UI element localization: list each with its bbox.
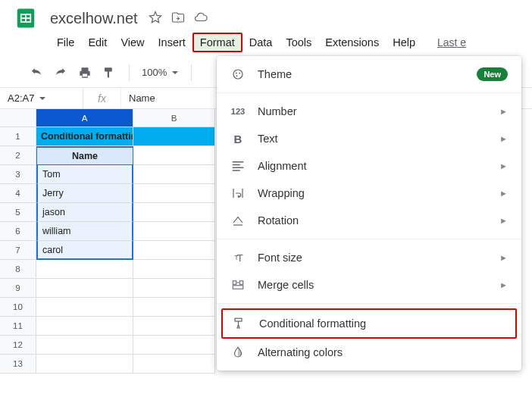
zoom-select[interactable]: 100% xyxy=(139,67,182,78)
select-all-corner[interactable] xyxy=(0,109,36,127)
document-title[interactable]: excelhow.net xyxy=(50,10,138,27)
submenu-arrow-icon: ► xyxy=(499,189,508,198)
cell[interactable] xyxy=(36,279,133,298)
menu-theme[interactable]: Theme New xyxy=(217,61,521,88)
cell[interactable] xyxy=(133,279,215,298)
conditional-formatting-icon xyxy=(232,316,247,331)
cell[interactable]: jason xyxy=(36,203,133,222)
menu-text[interactable]: B Text ► xyxy=(217,125,521,152)
redo-icon[interactable] xyxy=(50,62,71,83)
cell[interactable]: william xyxy=(36,222,133,241)
name-box[interactable]: A2:A7 xyxy=(0,88,83,108)
menu-text-label: Text xyxy=(258,133,487,145)
merge-icon xyxy=(230,277,246,292)
cell[interactable] xyxy=(133,222,215,241)
col-header-b[interactable]: B xyxy=(133,109,215,127)
cell[interactable] xyxy=(133,127,215,146)
cell[interactable] xyxy=(36,355,133,374)
cell[interactable]: Tom xyxy=(36,165,133,184)
row-header[interactable]: 13 xyxy=(0,355,36,374)
cell[interactable]: Conditional formatting based o xyxy=(36,127,133,146)
wrapping-icon xyxy=(230,186,246,201)
row-header[interactable]: 2 xyxy=(0,146,36,165)
cell[interactable] xyxy=(36,336,133,355)
cell[interactable] xyxy=(133,165,215,184)
svg-rect-10 xyxy=(233,286,243,289)
row-header[interactable]: 9 xyxy=(0,279,36,298)
alignment-icon xyxy=(230,158,246,174)
print-icon[interactable] xyxy=(74,62,95,83)
row-header[interactable]: 5 xyxy=(0,203,36,222)
submenu-arrow-icon: ► xyxy=(499,107,508,116)
menu-rotation[interactable]: Rotation ► xyxy=(217,207,521,234)
cell[interactable] xyxy=(133,355,215,374)
menu-edit[interactable]: Edit xyxy=(81,33,114,52)
svg-point-7 xyxy=(236,75,238,77)
fx-label: fx xyxy=(83,88,121,108)
menu-insert[interactable]: Insert xyxy=(152,33,192,52)
menu-fontsize[interactable]: TT Font size ► xyxy=(217,244,521,271)
menu-help[interactable]: Help xyxy=(386,33,422,52)
row-header[interactable]: 4 xyxy=(0,184,36,203)
menu-number[interactable]: 123 Number ► xyxy=(217,98,521,125)
svg-rect-8 xyxy=(233,281,236,285)
last-edit-link[interactable]: Last e xyxy=(437,36,466,48)
cell[interactable] xyxy=(36,317,133,336)
menu-view[interactable]: View xyxy=(114,33,151,52)
theme-icon xyxy=(230,67,246,82)
cell[interactable] xyxy=(133,203,215,222)
move-folder-icon[interactable] xyxy=(171,11,185,27)
row-header[interactable]: 10 xyxy=(0,298,36,317)
menu-separator xyxy=(217,303,521,304)
svg-rect-9 xyxy=(239,281,243,285)
menu-theme-label: Theme xyxy=(258,68,465,80)
cell[interactable] xyxy=(133,184,215,203)
menu-rotation-label: Rotation xyxy=(258,214,487,227)
row-header[interactable]: 3 xyxy=(0,165,36,184)
menu-alternating-label: Alternating colors xyxy=(258,346,508,358)
undo-icon[interactable] xyxy=(26,62,47,83)
format-menu-dropdown: Theme New 123 Number ► B Text ► Alignmen… xyxy=(217,56,521,371)
bold-icon: B xyxy=(230,131,246,146)
cloud-status-icon[interactable] xyxy=(194,11,208,27)
cell[interactable] xyxy=(133,317,215,336)
menu-wrapping-label: Wrapping xyxy=(258,187,487,199)
menu-alignment-label: Alignment xyxy=(258,160,487,172)
star-icon[interactable] xyxy=(149,11,162,27)
tutorial-highlight: Conditional formatting xyxy=(221,308,517,339)
submenu-arrow-icon: ► xyxy=(499,216,508,225)
cell[interactable] xyxy=(133,241,215,260)
row-header[interactable]: 11 xyxy=(0,317,36,336)
menu-conditional-formatting[interactable]: Conditional formatting xyxy=(223,310,515,337)
col-header-a[interactable]: A xyxy=(36,109,133,127)
row-header[interactable]: 8 xyxy=(0,260,36,279)
sheets-logo-icon[interactable] xyxy=(14,3,38,33)
row-header[interactable]: 7 xyxy=(0,241,36,260)
menu-file[interactable]: File xyxy=(50,33,81,52)
menu-alignment[interactable]: Alignment ► xyxy=(217,152,521,180)
cell[interactable] xyxy=(133,336,215,355)
menu-wrapping[interactable]: Wrapping ► xyxy=(217,180,521,207)
row-header[interactable]: 6 xyxy=(0,222,36,241)
cell[interactable] xyxy=(133,146,215,165)
cell[interactable] xyxy=(133,260,215,279)
menu-alternating-colors[interactable]: Alternating colors xyxy=(217,339,521,366)
menu-extensions[interactable]: Extensions xyxy=(318,33,386,52)
cell[interactable]: Jerry xyxy=(36,184,133,203)
formula-input[interactable]: Name xyxy=(121,92,155,104)
cell[interactable] xyxy=(133,298,215,317)
menu-tools[interactable]: Tools xyxy=(279,33,318,52)
new-badge: New xyxy=(477,67,508,81)
cell[interactable]: carol xyxy=(36,241,133,260)
cell[interactable]: Name xyxy=(36,146,133,165)
menu-mergecells[interactable]: Merge cells ► xyxy=(217,271,521,299)
paint-format-icon[interactable] xyxy=(99,62,120,83)
menu-format[interactable]: Format xyxy=(192,33,243,52)
menu-bar: File Edit View Insert Format Data Tools … xyxy=(0,30,532,55)
row-header[interactable]: 12 xyxy=(0,336,36,355)
menu-separator xyxy=(217,239,521,239)
cell[interactable] xyxy=(36,298,133,317)
row-header[interactable]: 1 xyxy=(0,127,36,146)
cell[interactable] xyxy=(36,260,133,279)
menu-data[interactable]: Data xyxy=(243,33,280,52)
